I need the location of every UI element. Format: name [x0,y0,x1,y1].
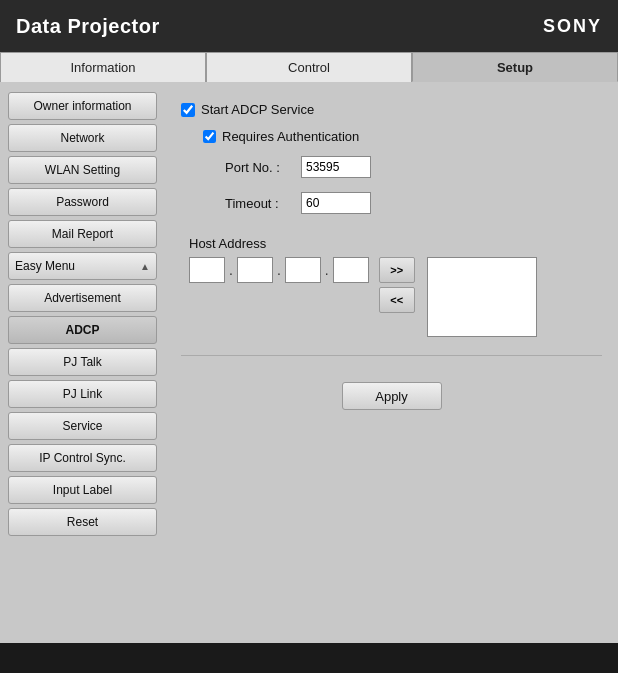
timeout-label: Timeout : [225,196,295,211]
port-no-row: Port No. : [225,156,602,178]
timeout-row: Timeout : [225,192,602,214]
host-arrows: >> << [379,257,415,313]
host-octet-1[interactable] [189,257,225,283]
add-host-button[interactable]: >> [379,257,415,283]
tab-information[interactable]: Information [0,52,206,82]
sidebar-item-mail-report[interactable]: Mail Report [8,220,157,248]
dot-separator-2: . [277,262,281,278]
apply-row: Apply [181,382,602,410]
start-adcp-service-label[interactable]: Start ADCP Service [201,102,314,117]
sidebar-item-service[interactable]: Service [8,412,157,440]
port-no-label: Port No. : [225,160,295,175]
host-octet-4[interactable] [333,257,369,283]
content-area: Start ADCP Service Requires Authenticati… [165,92,618,633]
bottom-bar [0,643,618,673]
sidebar-item-easy-menu[interactable]: Easy Menu ▲ [8,252,157,280]
sidebar-item-pj-talk[interactable]: PJ Talk [8,348,157,376]
tab-control[interactable]: Control [206,52,412,82]
tab-setup[interactable]: Setup [412,52,618,82]
start-adcp-service-row: Start ADCP Service [181,102,602,117]
main-area: Owner information Network WLAN Setting P… [0,82,618,643]
header: Data Projector SONY [0,0,618,52]
remove-host-button[interactable]: << [379,287,415,313]
host-address-section: Host Address . . . [181,236,602,337]
sidebar-item-input-label[interactable]: Input Label [8,476,157,504]
host-octet-3[interactable] [285,257,321,283]
port-no-input[interactable] [301,156,371,178]
app-title: Data Projector [16,15,160,38]
sidebar: Owner information Network WLAN Setting P… [0,92,165,633]
requires-auth-row: Requires Authentication [203,129,602,144]
sidebar-item-pj-link[interactable]: PJ Link [8,380,157,408]
host-address-list[interactable] [427,257,537,337]
timeout-input[interactable] [301,192,371,214]
start-adcp-service-checkbox[interactable] [181,103,195,117]
host-address-label: Host Address [189,236,602,251]
requires-auth-label[interactable]: Requires Authentication [222,129,359,144]
sidebar-item-password[interactable]: Password [8,188,157,216]
host-octet-2[interactable] [237,257,273,283]
requires-auth-checkbox[interactable] [203,130,216,143]
dot-separator-1: . [229,262,233,278]
sidebar-item-owner-information[interactable]: Owner information [8,92,157,120]
sidebar-item-reset[interactable]: Reset [8,508,157,536]
sidebar-item-advertisement[interactable]: Advertisement [8,284,157,312]
sidebar-item-adcp[interactable]: ADCP [8,316,157,344]
adcp-settings: Start ADCP Service Requires Authenticati… [181,102,602,410]
sidebar-item-wlan-setting[interactable]: WLAN Setting [8,156,157,184]
dot-separator-3: . [325,262,329,278]
apply-button[interactable]: Apply [342,382,442,410]
sidebar-item-network[interactable]: Network [8,124,157,152]
brand-logo: SONY [543,16,602,37]
sidebar-item-ip-control-sync[interactable]: IP Control Sync. [8,444,157,472]
chevron-up-icon: ▲ [140,261,150,272]
host-address-row: . . . [189,257,369,283]
tab-bar: Information Control Setup [0,52,618,82]
divider [181,355,602,356]
